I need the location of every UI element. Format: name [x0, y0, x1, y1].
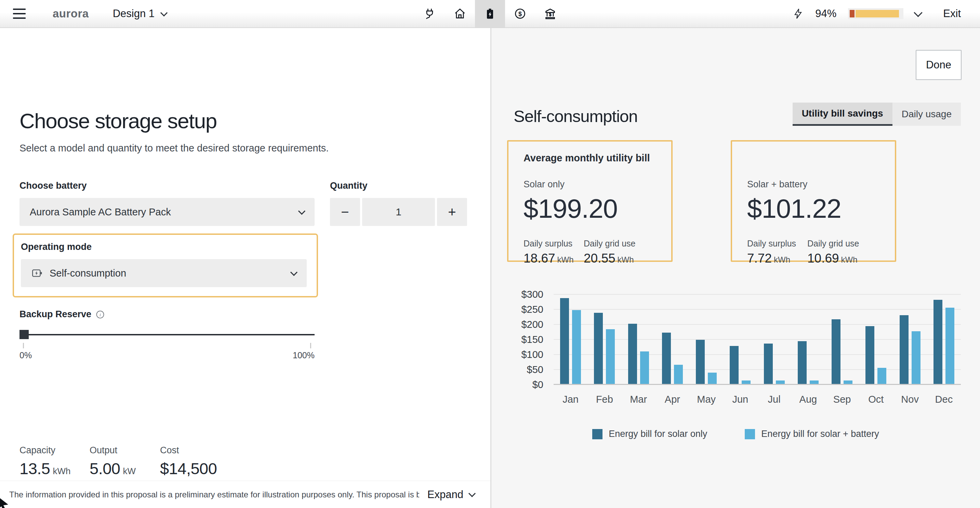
bar-sep-solar-only: [832, 319, 840, 385]
daily-grid-use-label: Daily grid use: [584, 239, 635, 249]
expand-button[interactable]: Expand: [428, 489, 475, 501]
bar-group-sep: [825, 295, 859, 385]
legend-label: Energy bill for solar only: [609, 429, 707, 439]
bar-group-dec: [927, 295, 961, 385]
info-icon[interactable]: i: [95, 310, 105, 319]
bar-oct-solar-battery: [877, 368, 886, 385]
chevron-down-icon: [298, 208, 305, 215]
aurora-logo: aurora: [52, 7, 89, 20]
nav-financing-icon[interactable]: $: [535, 0, 565, 27]
output-label: Output: [89, 445, 160, 456]
exit-button[interactable]: Exit: [943, 8, 961, 20]
operating-mode-label: Operating mode: [21, 242, 310, 252]
x-tick-label: May: [689, 394, 723, 405]
energy-meter: [848, 8, 904, 19]
daily-grid-use-value: 10.69: [807, 251, 839, 265]
slider-track[interactable]: [19, 334, 315, 335]
x-tick-label: Nov: [893, 394, 927, 405]
tab-daily-usage[interactable]: Daily usage: [892, 103, 961, 126]
bar-group-oct: [859, 295, 893, 385]
y-tick-label: $150: [521, 334, 543, 345]
x-tick-label: Jan: [554, 394, 587, 405]
nav-battery-icon[interactable]: [475, 0, 505, 27]
x-tick-label: Mar: [622, 394, 655, 405]
mouse-cursor: [0, 496, 12, 508]
chart-legend: Energy bill for solar onlyEnergy bill fo…: [492, 429, 980, 439]
chart-bars: [554, 295, 961, 385]
x-tick-label: Sep: [825, 394, 859, 405]
nav-home-icon[interactable]: [445, 0, 475, 27]
operating-mode-highlight: Operating mode Self-consumption: [13, 233, 318, 297]
operating-mode-select[interactable]: Self-consumption: [21, 259, 307, 287]
capacity-unit: kWh: [52, 466, 70, 476]
daily-grid-use-label: Daily grid use: [807, 239, 859, 249]
slider-max-label: 100%: [293, 351, 315, 360]
quantity-label: Quantity: [330, 181, 467, 191]
bar-mar-solar-battery: [640, 351, 649, 385]
expand-label: Expand: [428, 489, 463, 501]
daily-grid-use-value: 20.55: [584, 251, 616, 265]
bar-feb-solar-battery: [606, 329, 615, 385]
battery-stats: Capacity 13.5kWh Output 5.00kW Cost $14,…: [19, 445, 490, 478]
bar-jun-solar-only: [730, 346, 738, 385]
chart-y-labels: $0$50$100$150$200$250$300: [512, 295, 547, 385]
bar-dec-solar-only: [934, 300, 942, 385]
daily-surplus-value: 18.67: [523, 251, 555, 265]
solar-only-card: Average monthly utility bill Solar only …: [507, 140, 673, 262]
slider-handle[interactable]: [19, 330, 29, 339]
y-tick-label: $250: [521, 304, 543, 315]
bar-group-may: [689, 295, 723, 385]
bar-apr-solar-battery: [674, 365, 683, 385]
chevron-down-icon: [161, 9, 167, 16]
solar-battery-amount: $101.22: [747, 193, 895, 224]
bar-group-jan: [554, 295, 587, 385]
choose-battery-label: Choose battery: [19, 181, 315, 191]
page-title: Choose storage setup: [19, 109, 490, 133]
capacity-value: 13.5: [19, 459, 50, 478]
bar-jan-solar-battery: [572, 310, 581, 385]
bar-oct-solar-only: [865, 326, 874, 385]
solar-battery-card: Solar + battery $101.22 Daily surplus 7.…: [731, 140, 896, 262]
backup-reserve-slider[interactable]: [19, 334, 315, 335]
scenario-label: Solar only: [523, 179, 671, 190]
y-tick-label: $100: [521, 349, 543, 360]
bar-nov-solar-only: [900, 315, 908, 385]
x-tick-label: Jul: [757, 394, 791, 405]
backup-reserve-label: Backup Reserve: [19, 309, 91, 320]
bar-group-apr: [655, 295, 689, 385]
bar-group-nov: [893, 295, 927, 385]
self-consumption-panel: Done Self-consumption Utility bill savin…: [492, 28, 980, 508]
tab-utility-bill-savings[interactable]: Utility bill savings: [792, 103, 892, 126]
done-button[interactable]: Done: [916, 50, 961, 80]
chevron-down-icon[interactable]: [914, 8, 923, 17]
battery-select[interactable]: Aurora Sample AC Battery Pack: [19, 198, 315, 226]
nav-plug-icon[interactable]: [415, 0, 445, 27]
design-selector[interactable]: Design 1: [113, 8, 167, 20]
x-tick-label: Jun: [723, 394, 757, 405]
output-unit: kW: [123, 466, 136, 476]
card-title: [747, 152, 895, 165]
bar-feb-solar-only: [594, 313, 603, 385]
legend-label: Energy bill for solar + battery: [761, 429, 879, 439]
meter-yellow-segment: [856, 10, 899, 17]
quantity-decrease-button[interactable]: −: [330, 198, 360, 226]
nav-pricing-icon[interactable]: $: [505, 0, 535, 27]
chart-baseline: [554, 384, 961, 385]
bar-aug-solar-only: [798, 341, 807, 385]
y-tick-label: $0: [532, 379, 543, 391]
bar-group-jun: [723, 295, 757, 385]
battery-select-value: Aurora Sample AC Battery Pack: [30, 206, 171, 218]
battery-percentage: 94%: [815, 8, 836, 20]
design-selector-label: Design 1: [113, 8, 154, 20]
x-tick-label: Oct: [859, 394, 893, 405]
slider-tick-min: [23, 343, 24, 348]
legend-swatch: [745, 429, 755, 439]
x-tick-label: Aug: [791, 394, 825, 405]
y-tick-label: $200: [521, 319, 543, 330]
daily-surplus-label: Daily surplus: [523, 239, 584, 249]
bar-jan-solar-only: [560, 298, 569, 385]
menu-icon[interactable]: [13, 4, 32, 23]
daily-surplus-label: Daily surplus: [747, 239, 807, 249]
svg-text:$: $: [519, 11, 522, 17]
quantity-increase-button[interactable]: +: [437, 198, 467, 226]
